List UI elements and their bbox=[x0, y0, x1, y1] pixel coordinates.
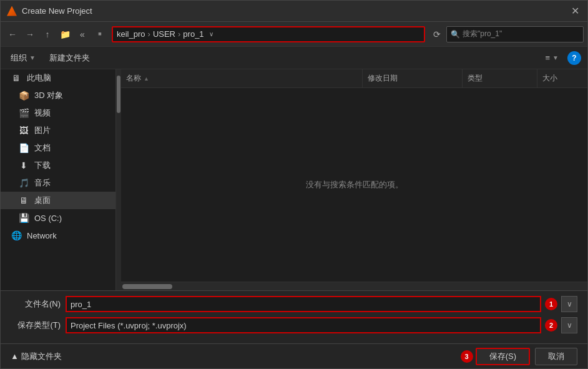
h-scroll-thumb bbox=[122, 284, 172, 289]
documents-icon: 📄 bbox=[18, 142, 29, 154]
breadcrumb-part1: keil_pro bbox=[117, 29, 145, 39]
action-bar: 组织 ▼ 新建文件夹 ≡ ▼ ? bbox=[1, 47, 587, 69]
sidebar-scrollbar[interactable] bbox=[116, 69, 121, 290]
hide-folders-button[interactable]: ▲ 隐藏文件夹 bbox=[11, 351, 62, 362]
bottom-form: 文件名(N) 1 ∨ 保存类型(T) 2 ∨ bbox=[1, 290, 587, 343]
organize-dropdown-arrow: ▼ bbox=[29, 54, 36, 61]
search-icon: 🔍 bbox=[451, 30, 460, 39]
breadcrumb-bar[interactable]: keil_pro › USER › pro_1 ∨ bbox=[112, 26, 425, 42]
filetype-row: 保存类型(T) 2 ∨ bbox=[11, 317, 577, 333]
sidebar-label-network: Network bbox=[27, 231, 57, 240]
view-dropdown-arrow: ▼ bbox=[552, 54, 559, 61]
app-icon bbox=[7, 6, 17, 16]
breadcrumb-part2: USER bbox=[153, 29, 175, 39]
sidebar-scrollbar-thumb bbox=[117, 76, 120, 113]
filename-input-wrap: 1 ∨ bbox=[66, 296, 577, 312]
badge-3: 3 bbox=[461, 350, 473, 363]
up-button[interactable]: ↑ bbox=[39, 26, 56, 42]
sidebar-item-music[interactable]: 🎵 音乐 bbox=[1, 174, 115, 192]
os-drive-icon: 💾 bbox=[18, 212, 29, 224]
sidebar-item-network[interactable]: 🌐 Network bbox=[1, 227, 115, 244]
breadcrumb-dropdown[interactable]: ∨ bbox=[209, 31, 213, 37]
filename-dropdown[interactable]: ∨ bbox=[561, 296, 577, 312]
sidebar-item-3d-objects[interactable]: 📦 3D 对象 bbox=[1, 87, 115, 104]
sidebar-item-video[interactable]: 🎬 视频 bbox=[1, 104, 115, 122]
this-pc-icon: 🖥 bbox=[11, 72, 22, 84]
filetype-input[interactable] bbox=[66, 317, 541, 333]
column-type[interactable]: 类型 bbox=[463, 69, 537, 87]
organize-button[interactable]: 组织 ▼ bbox=[7, 50, 39, 66]
content-area: 🖥 此电脑 📦 3D 对象 🎬 视频 🖼 图片 📄 文档 ⬇ 下载 bbox=[1, 69, 587, 290]
filetype-dropdown[interactable]: ∨ bbox=[561, 317, 577, 333]
prev-locations-icon[interactable]: « bbox=[74, 26, 91, 42]
sidebar-item-this-pc[interactable]: 🖥 此电脑 bbox=[1, 69, 115, 87]
file-list-header: 名称 ▲ 修改日期 类型 大小 bbox=[121, 69, 587, 88]
sidebar-item-downloads[interactable]: ⬇ 下载 bbox=[1, 157, 115, 174]
sidebar-label-music: 音乐 bbox=[34, 177, 51, 189]
organize-label: 组织 bbox=[11, 52, 27, 64]
column-size[interactable]: 大小 bbox=[537, 69, 587, 87]
breadcrumb-part3: pro_1 bbox=[183, 29, 203, 39]
pictures-icon: 🖼 bbox=[18, 125, 29, 136]
breadcrumb-arrow1: › bbox=[148, 29, 150, 39]
column-name[interactable]: 名称 ▲ bbox=[121, 69, 363, 87]
close-button[interactable]: ✕ bbox=[569, 5, 581, 17]
view-icon: ≡ bbox=[546, 53, 551, 62]
action-buttons: 3 保存(S) 取消 bbox=[461, 348, 577, 365]
file-list-content: 没有与搜索条件匹配的项。 bbox=[121, 88, 587, 282]
forward-button[interactable]: → bbox=[22, 26, 38, 42]
footer-bar: ▲ 隐藏文件夹 3 保存(S) 取消 bbox=[1, 343, 587, 368]
sidebar-item-documents[interactable]: 📄 文档 bbox=[1, 139, 115, 157]
sidebar-label-3d-objects: 3D 对象 bbox=[34, 90, 63, 101]
create-new-project-dialog: Create New Project ✕ ← → ↑ 📁 « ▪ keil_pr… bbox=[0, 0, 588, 369]
cancel-button[interactable]: 取消 bbox=[535, 348, 577, 365]
file-area: 名称 ▲ 修改日期 类型 大小 没有与搜索条件匹配的项。 bbox=[121, 69, 587, 290]
sidebar-label-pictures: 图片 bbox=[34, 125, 51, 136]
new-folder-button[interactable]: 新建文件夹 bbox=[46, 50, 94, 66]
breadcrumb-arrow2: › bbox=[178, 29, 180, 39]
hide-folders-label: 隐藏文件夹 bbox=[21, 351, 62, 362]
help-button[interactable]: ? bbox=[567, 51, 581, 65]
sidebar-label-os-drive: OS (C:) bbox=[34, 214, 62, 223]
desktop-icon: 🖥 bbox=[18, 195, 29, 206]
horizontal-scrollbar[interactable] bbox=[121, 282, 587, 290]
sidebar: 🖥 此电脑 📦 3D 对象 🎬 视频 🖼 图片 📄 文档 ⬇ 下载 bbox=[1, 69, 116, 290]
search-box[interactable]: 🔍 搜索"pro_1" bbox=[446, 26, 584, 42]
back-button[interactable]: ← bbox=[4, 26, 21, 42]
filename-label: 文件名(N) bbox=[11, 298, 61, 310]
downloads-icon: ⬇ bbox=[18, 160, 29, 171]
nav-toolbar: ← → ↑ 📁 « ▪ keil_pro › USER › pro_1 ∨ ⟳ … bbox=[1, 22, 587, 47]
filename-row: 文件名(N) 1 ∨ bbox=[11, 296, 577, 312]
sidebar-item-os-drive[interactable]: 💾 OS (C:) bbox=[1, 209, 115, 227]
sidebar-label-downloads: 下载 bbox=[34, 160, 51, 171]
sidebar-label-video: 视频 bbox=[34, 107, 51, 119]
dialog-title: Create New Project bbox=[22, 6, 569, 16]
filename-input[interactable] bbox=[66, 296, 541, 312]
network-icon: 🌐 bbox=[11, 230, 22, 241]
title-bar: Create New Project ✕ bbox=[1, 1, 587, 22]
empty-message: 没有与搜索条件匹配的项。 bbox=[306, 179, 403, 190]
filetype-input-wrap: 2 ∨ bbox=[66, 317, 577, 333]
sidebar-item-desktop[interactable]: 🖥 桌面 bbox=[1, 192, 115, 209]
sort-arrow-name: ▲ bbox=[144, 76, 149, 82]
sidebar-label-desktop: 桌面 bbox=[34, 195, 51, 206]
search-placeholder: 搜索"pro_1" bbox=[463, 29, 502, 39]
save-button[interactable]: 保存(S) bbox=[476, 348, 530, 365]
sidebar-label-documents: 文档 bbox=[34, 142, 51, 154]
folder-icon: 📁 bbox=[57, 26, 73, 42]
refresh-button[interactable]: ⟳ bbox=[429, 26, 445, 42]
view-toggle[interactable]: ≡ ▼ bbox=[543, 51, 562, 65]
video-icon: 🎬 bbox=[18, 107, 29, 119]
save-wrap: 3 保存(S) bbox=[461, 348, 530, 365]
new-folder-label: 新建文件夹 bbox=[49, 52, 90, 64]
music-icon: 🎵 bbox=[18, 177, 29, 189]
badge-1: 1 bbox=[545, 298, 557, 310]
sidebar-item-pictures[interactable]: 🖼 图片 bbox=[1, 122, 115, 139]
chevron-down-icon: ▲ bbox=[11, 352, 19, 361]
filetype-label: 保存类型(T) bbox=[11, 320, 61, 331]
nav-square[interactable]: ▪ bbox=[92, 26, 108, 42]
badge-2: 2 bbox=[545, 319, 557, 332]
column-date[interactable]: 修改日期 bbox=[363, 69, 463, 87]
sidebar-label-this-pc: 此电脑 bbox=[27, 72, 51, 84]
3d-objects-icon: 📦 bbox=[18, 90, 29, 101]
